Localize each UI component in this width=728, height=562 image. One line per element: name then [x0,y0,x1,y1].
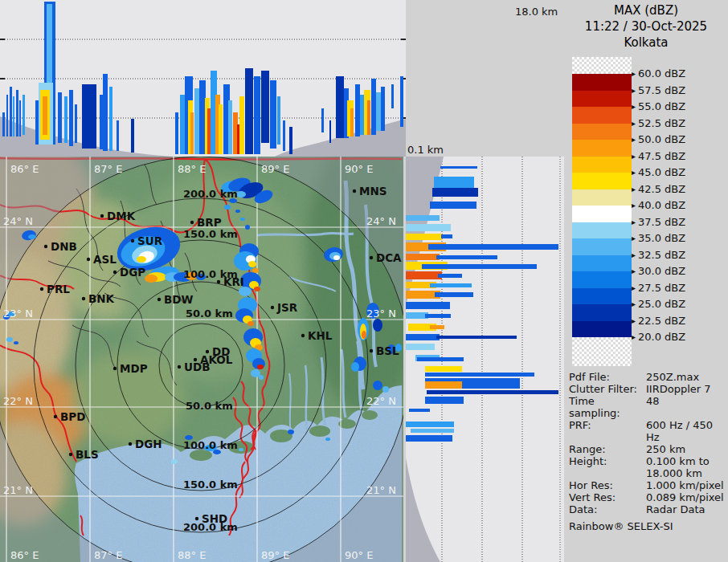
right-profile-bar [425,314,451,318]
map-label: 88° E [178,163,206,175]
colorbar-tick: ▸52.5 dBZ [632,117,685,130]
colorbar-tick: ▸50.0 dBZ [632,133,685,146]
top-profile-bar [35,100,39,145]
top-profile-bar [10,87,12,136]
top-profile-bar [371,79,376,135]
tick-value: 30.0 dBZ [638,265,685,277]
legend-panel: MAX (dBZ) 11:22 / 30-Oct-2025 Kolkata ▸6… [564,0,728,562]
right-profile-bar [425,397,464,404]
city-label: BNK [88,292,115,305]
colorbar-band [572,157,632,173]
right-profile-bar [438,274,462,278]
top-profile-bar [355,84,360,136]
top-profile-bar [2,112,5,136]
station-name: Kolkata [564,35,728,50]
radar-map: 86° E86° E87° E87° E88° E88° E89° E89° E… [0,157,403,562]
metadata-value: 600 Hz / 450 Hz [646,419,726,443]
top-profile-bar [131,119,134,153]
right-profile-bar [406,312,428,319]
radar-echo [252,268,259,273]
city-label: BLS [76,448,99,461]
top-profile-bar [109,87,112,151]
map-label: 21° N [366,484,396,496]
metadata-row: Height:0.100 km to 18.000 km [569,455,726,479]
city-dot [113,367,117,370]
city-dot [100,214,104,218]
top-profile-bar [117,120,119,151]
city-dot [82,297,85,300]
right-profile-plot [406,157,564,562]
city-dot [54,415,57,418]
city-dot [301,334,305,337]
map-label: 89° E [261,163,289,175]
top-profile-bar [283,120,285,151]
top-profile-bar [6,95,8,136]
radar-echo [239,448,243,451]
radar-echo [145,275,157,283]
map-label: 24° N [3,215,33,227]
top-profile-bar [329,120,331,143]
city-label: DMK [107,210,136,222]
top-profile-bar [360,95,364,135]
colorbar-band [572,91,632,108]
top-profile-bar [270,80,276,149]
tick-arrow-icon: ▸ [632,250,636,259]
right-profile-bar [425,373,534,377]
city-label: KRI [223,275,244,288]
city-dot [157,298,161,301]
tick-value: 60.0 dBZ [638,67,685,79]
metadata-value: 0.089 km/pixel [646,491,724,503]
colorbar-band [572,255,632,272]
city-label: PRL [47,283,70,295]
radar-echo [325,438,330,441]
colorbar-tick: ▸60.0 dBZ [632,67,685,80]
top-profile-bar [381,87,385,131]
top-profile-bar [350,108,354,136]
city-label: SUR [137,234,163,247]
tick-value: 47.5 dBZ [638,150,685,162]
top-profile-bar [13,96,14,136]
city-label: JSR [276,301,298,314]
city-label: MDP [120,362,148,375]
right-profile-bar [436,255,497,259]
city-label: ASL [93,253,117,266]
metadata-value: 0.100 km to 18.000 km [646,455,710,479]
right-profile-bar [406,234,442,240]
tick-value: 37.5 dBZ [638,216,685,228]
city-dot [353,189,356,193]
tick-arrow-icon: ▸ [632,185,636,193]
top-profile-bar [16,90,18,136]
metadata-label: Vert Res: [569,491,646,503]
metadata-label: Time sampling: [569,395,646,419]
tick-value: 35.0 dBZ [638,232,685,244]
colorbar-tick: ▸27.5 dBZ [632,282,685,295]
map-label: 89° E [261,549,289,561]
right-profile-bar [406,422,454,427]
map-label: 50.0 km [186,400,233,412]
map-label: 150.0 km [183,228,238,240]
radar-map-panel: 86° E86° E87° E87° E88° E88° E89° E89° E… [0,157,403,562]
top-profile-bar [321,108,324,132]
right-profile-bar [430,283,472,287]
city-label: BRP [197,216,222,229]
colorbar-band [572,321,632,338]
metadata-label: Data: [569,503,646,515]
metadata-value: 1.000 km/pixel [646,479,724,491]
top-profile-bar [239,96,244,154]
tick-value: 27.5 dBZ [638,282,685,294]
colorbar-band [572,206,632,222]
map-label: 23° N [366,307,396,320]
right-profile-bar [434,177,474,188]
colorbar-below-min [572,337,632,366]
radar-echo [137,256,146,263]
radar-echo [248,261,256,267]
tick-arrow-icon: ▸ [632,152,636,161]
map-label: 90° E [345,549,373,561]
city-label: KHL [308,329,333,342]
right-profile-bar [411,429,454,433]
top-profile-bar [69,90,73,146]
right-profile-panel [406,157,564,562]
right-profile-bar [435,292,473,297]
radar-echo [247,321,254,326]
top-profile-bar [64,96,67,143]
